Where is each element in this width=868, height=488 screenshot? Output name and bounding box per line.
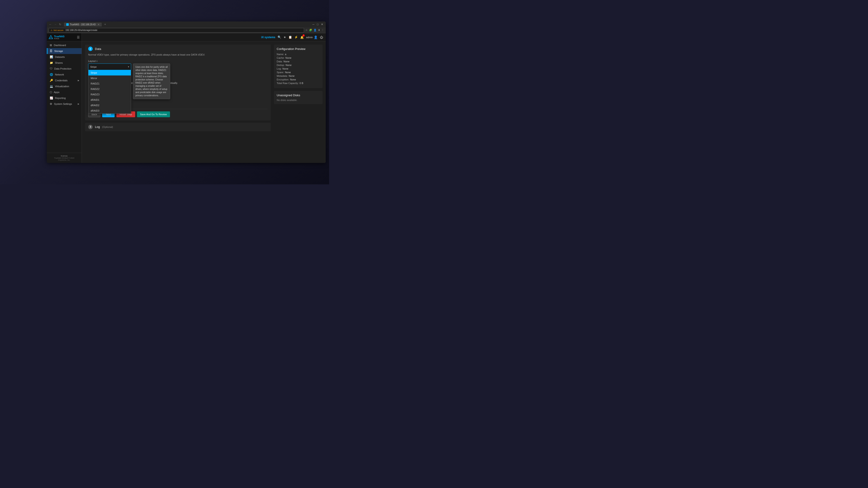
notification-bell[interactable]: 🔔 1 — [300, 35, 304, 39]
truenas-logo: TrueNAS SCALE — [49, 35, 64, 39]
save-and-review-button[interactable]: Save And Go To Review — [137, 111, 170, 117]
new-tab-button[interactable]: + — [103, 23, 107, 26]
downloads-icon[interactable]: ⬇ — [318, 29, 320, 32]
layout-dropdown-trigger[interactable]: Stripe ▾ — [88, 64, 131, 70]
sidebar-label-storage: Storage — [54, 50, 63, 53]
sidebar-item-datasets[interactable]: 📊 Datasets — [47, 54, 82, 60]
sidebar-label-apps: Apps — [54, 91, 59, 94]
app-topbar: iX systems 🔍 ★ 📋 ⚡ 🔔 1 admin 👤 ⏻ — [82, 33, 326, 41]
form-panel: 2 Data Normal VDEV type, used for primar… — [85, 44, 271, 160]
back-nav-button[interactable]: ← — [49, 23, 52, 26]
tab-title: TrueNAS - 192.168.29.43 — [70, 23, 96, 26]
footer-username: truenas — [49, 155, 79, 157]
sidebar-item-shares[interactable]: 📁 Shares — [47, 60, 82, 66]
sidebar-label-network: Network — [55, 73, 64, 76]
step2-header[interactable]: 2 Data — [85, 44, 271, 53]
step2-section: 2 Data Normal VDEV type, used for primar… — [85, 44, 271, 121]
step3-header[interactable]: 3 Log (Optional) — [85, 123, 271, 131]
step2-description: Normal VDEV type, used for primary stora… — [88, 53, 268, 57]
star-icon[interactable]: ★ — [283, 35, 286, 39]
close-button[interactable]: ✕ — [320, 23, 324, 26]
logo-scale-text: SCALE — [54, 38, 64, 39]
layout-option-draid2[interactable]: dRAID2 — [88, 103, 131, 108]
config-total-raw-value: 0 B — [300, 82, 303, 85]
maximize-button[interactable]: □ — [316, 23, 319, 26]
sidebar-item-dashboard[interactable]: ⊞ Dashboard — [47, 42, 82, 48]
extensions-icon[interactable]: 🧩 — [309, 29, 312, 32]
sidebar-label-data-protection: Data Protection — [54, 67, 71, 70]
url-text: 192.168.29.43/ui/storage/create — [66, 29, 97, 31]
apps-icon: ⬡ — [50, 91, 52, 94]
user-menu[interactable]: admin 👤 — [306, 35, 318, 39]
sidebar-item-apps[interactable]: ⬡ Apps — [47, 89, 82, 95]
security-text: Not secure — [54, 29, 64, 31]
step3-subtitle: (Optional) — [102, 126, 113, 128]
logo-truenas-text: TrueNAS — [54, 35, 64, 38]
sidebar-label-system-settings: System Settings — [54, 103, 72, 105]
minimize-button[interactable]: ─ — [312, 23, 315, 26]
config-data-label: Data: — [277, 60, 283, 63]
sidebar-label-virtualization: Virtualization — [55, 85, 69, 88]
sidebar-item-network[interactable]: 🌐 Network — [47, 72, 82, 77]
sidebar-label-credentials: Credentials — [55, 79, 68, 82]
layout-option-raidz2[interactable]: RAIDZ2 — [88, 86, 131, 92]
bookmark-icon[interactable]: ☆ — [305, 29, 308, 32]
forward-nav-button[interactable]: → — [54, 23, 57, 26]
sidebar-label-shares: Shares — [55, 61, 63, 64]
layout-selected-value: Stripe — [90, 66, 97, 68]
sidebar-item-data-protection[interactable]: 🛡 Data Protection — [47, 66, 82, 72]
sidebar-item-credentials[interactable]: 🔑 Credentials ▶ — [47, 77, 82, 84]
layout-option-draid3[interactable]: dRAID3 — [88, 108, 131, 113]
close-tab-icon[interactable]: ✕ — [98, 23, 99, 26]
search-topbar-icon[interactable]: 🔍 — [278, 35, 281, 39]
page-content: 2 Data Normal VDEV type, used for primar… — [82, 41, 326, 163]
layout-dropdown-list: Stripe Mirror RAIDZ1 RAIDZ2 RAIDZ3 dRAID… — [88, 70, 131, 113]
layout-option-mirror[interactable]: Mirror — [88, 75, 131, 81]
layout-field: Layout ℹ Stripe ▾ — [88, 60, 268, 70]
right-panel: Configuration Preview Name: a Cache: Non… — [274, 44, 322, 160]
directory-icon[interactable]: 📋 — [288, 35, 292, 39]
sidebar-nav: ⊞ Dashboard 🗄 Storage 📊 Datasets 📁 Share… — [47, 41, 82, 153]
sidebar-item-storage[interactable]: 🗄 Storage — [47, 48, 82, 54]
config-dedup-label: Dedup: — [277, 64, 285, 66]
reload-button[interactable]: ↻ — [59, 23, 62, 26]
layout-option-draid1[interactable]: dRAID1 — [88, 97, 131, 103]
layout-option-stripe[interactable]: Stripe — [88, 70, 131, 75]
virtualization-icon: 💻 — [50, 85, 53, 88]
config-total-raw-row: Total Raw Capacity: 0 B — [277, 82, 320, 85]
unassigned-disks-title: Unassigned Disks — [277, 94, 320, 97]
storage-icon: 🗄 — [50, 50, 53, 53]
config-name-value: a — [285, 53, 286, 56]
layout-option-raidz1[interactable]: RAIDZ1 — [88, 81, 131, 86]
step2-number: 2 — [88, 46, 93, 51]
dropdown-arrow-icon: ▾ — [128, 66, 129, 68]
ixsystems-logo: iX systems — [261, 36, 275, 39]
config-spare-row: Spare: None — [277, 71, 320, 74]
power-off-icon[interactable]: ⏻ — [320, 35, 323, 39]
network-icon: 🌐 — [50, 73, 53, 76]
sidebar-item-virtualization[interactable]: 💻 Virtualization — [47, 84, 82, 89]
sidebar-item-system-settings[interactable]: ⚙ System Settings ▶ — [47, 101, 82, 107]
config-name-label: Name: — [277, 53, 284, 56]
config-metadata-label: Metadata: — [277, 74, 288, 77]
step2-title: Data — [95, 47, 101, 51]
credentials-expand-icon: ▶ — [78, 79, 79, 82]
dashboard-icon: ⊞ — [50, 43, 52, 47]
datasets-icon: 📊 — [50, 55, 53, 59]
layout-option-raidz3[interactable]: RAIDZ3 — [88, 92, 131, 97]
truenas-logo-icon — [49, 35, 53, 39]
profile-icon[interactable]: 👤 — [313, 29, 317, 32]
browser-tab[interactable]: TrueNAS - 192.168.29.43 ✕ — [64, 23, 102, 26]
config-encryption-row: Encryption: None — [277, 78, 320, 81]
layout-info-icon[interactable]: ℹ — [96, 60, 97, 62]
config-metadata-value: None — [289, 74, 294, 77]
security-warning-icon: ⚠ — [51, 29, 53, 31]
config-cache-row: Cache: None — [277, 57, 320, 59]
sidebar-item-reporting[interactable]: 📈 Reporting — [47, 95, 82, 101]
menu-icon[interactable]: ⋮ — [321, 29, 324, 32]
address-bar[interactable]: ⚠ Not secure 192.168.29.43/ui/storage/cr… — [49, 28, 304, 33]
user-avatar-icon: 👤 — [314, 35, 318, 39]
hamburger-menu-icon[interactable]: ☰ — [77, 35, 80, 39]
power-icon[interactable]: ⚡ — [294, 35, 298, 39]
bell-badge: 1 — [303, 34, 305, 37]
